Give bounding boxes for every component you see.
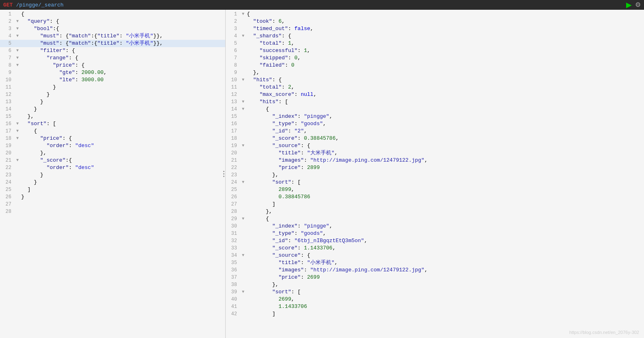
line-number: 3 bbox=[226, 25, 240, 32]
code-line: 32 "_id": "6tbj_nIBgqztEtQ3m5on", bbox=[226, 237, 644, 245]
code-line: 21 "images": "http://image.ping.com/1247… bbox=[226, 157, 644, 164]
pane-divider[interactable] bbox=[222, 169, 225, 179]
fold-icon[interactable]: ▼ bbox=[240, 106, 246, 113]
line-content: "total": 2, bbox=[246, 84, 644, 91]
fold-icon[interactable]: ▼ bbox=[240, 76, 246, 84]
line-content: "images": "http://image.ping.com/1247912… bbox=[246, 266, 644, 274]
line-content: "title": "大米手机", bbox=[246, 150, 644, 157]
line-content: "timed_out": false, bbox=[246, 25, 644, 32]
line-content: } bbox=[20, 98, 225, 106]
line-content: }, bbox=[246, 69, 644, 76]
line-number: 19 bbox=[226, 142, 240, 150]
line-content: } bbox=[20, 84, 225, 91]
line-number: 7 bbox=[0, 54, 15, 62]
line-content: "_type": "goods", bbox=[246, 230, 644, 237]
fold-icon[interactable]: ▼ bbox=[240, 32, 246, 40]
line-number: 16 bbox=[226, 120, 240, 128]
line-content: "skipped": 0, bbox=[246, 54, 644, 62]
code-line: 5 "must": {"match":{"title": "小米手机"}}, bbox=[0, 40, 225, 47]
line-number: 31 bbox=[226, 230, 240, 237]
drag-dot bbox=[223, 173, 224, 175]
code-line: 3▼ "bool":{ bbox=[0, 25, 225, 32]
code-line: 6▼ "filter": { bbox=[0, 47, 225, 54]
code-line: 3 "timed_out": false, bbox=[226, 25, 644, 32]
line-content: "price": { bbox=[20, 135, 225, 142]
code-line: 5 "total": 1, bbox=[226, 40, 644, 47]
fold-icon[interactable]: ▼ bbox=[240, 98, 246, 106]
fold-icon[interactable]: ▼ bbox=[15, 32, 20, 40]
line-content: 1.1433706 bbox=[246, 303, 644, 310]
fold-icon[interactable]: ▼ bbox=[240, 252, 246, 259]
fold-icon[interactable]: ▼ bbox=[15, 157, 20, 164]
code-line: 1 { bbox=[0, 11, 225, 18]
code-line: 22 "order": "desc" bbox=[0, 164, 225, 171]
line-number: 2 bbox=[0, 18, 15, 25]
line-content: "_id": "6tbj_nIBgqztEtQ3m5on", bbox=[246, 237, 644, 245]
run-button[interactable]: ▶ bbox=[626, 1, 632, 9]
line-content: "sort": [ bbox=[20, 120, 225, 128]
code-line: 24▼ "sort": [ bbox=[226, 179, 644, 186]
line-number: 1 bbox=[226, 11, 240, 18]
line-number: 26 bbox=[0, 193, 15, 201]
fold-icon[interactable]: ▼ bbox=[15, 135, 20, 142]
line-number: 8 bbox=[226, 62, 240, 69]
code-line: 36 "images": "http://image.ping.com/1247… bbox=[226, 266, 644, 274]
line-number: 23 bbox=[226, 171, 240, 179]
line-content: } bbox=[20, 91, 225, 98]
code-line: 20 "title": "大米手机", bbox=[226, 150, 644, 157]
line-number: 10 bbox=[226, 76, 240, 84]
line-number: 4 bbox=[226, 32, 240, 40]
line-number: 28 bbox=[226, 208, 240, 215]
fold-icon[interactable]: ▼ bbox=[240, 215, 246, 223]
code-line: 18 "_score": 0.38845786, bbox=[226, 135, 644, 142]
fold-icon[interactable]: ▼ bbox=[240, 179, 246, 186]
line-number: 12 bbox=[226, 91, 240, 98]
main-container: 1 {2▼ "query": {3▼ "bool":{4▼ "must": {"… bbox=[0, 10, 644, 338]
settings-button[interactable]: ⚙ bbox=[635, 2, 641, 8]
code-line: 35 "title": "小米手机", bbox=[226, 259, 644, 266]
line-content: ] bbox=[20, 186, 225, 193]
code-line: 20 }, bbox=[0, 150, 225, 157]
line-content: "hits": [ bbox=[246, 98, 644, 106]
line-number: 20 bbox=[226, 150, 240, 157]
fold-icon[interactable]: ▼ bbox=[15, 120, 20, 128]
line-content: ] bbox=[246, 201, 644, 208]
code-line: 23 }, bbox=[226, 171, 644, 179]
fold-icon[interactable]: ▼ bbox=[240, 11, 246, 18]
code-line: 37 "price": 2699 bbox=[226, 274, 644, 281]
code-line: 27 bbox=[0, 201, 225, 208]
fold-icon[interactable]: ▼ bbox=[240, 288, 246, 296]
fold-icon[interactable]: ▼ bbox=[15, 47, 20, 54]
line-number: 2 bbox=[226, 18, 240, 25]
line-content: "sort": [ bbox=[246, 179, 644, 186]
code-line: 30 "_index": "pingge", bbox=[226, 223, 644, 230]
line-number: 21 bbox=[226, 157, 240, 164]
code-line: 29▼ { bbox=[226, 215, 644, 223]
watermark: https://blog.csdn.net/en_2076y-302 bbox=[569, 330, 639, 335]
line-content: { bbox=[20, 128, 225, 135]
fold-icon[interactable]: ▼ bbox=[15, 62, 20, 69]
line-content: "order": "desc" bbox=[20, 164, 225, 171]
fold-icon[interactable]: ▼ bbox=[15, 128, 20, 135]
fold-icon[interactable]: ▼ bbox=[15, 25, 20, 32]
drag-dot bbox=[223, 171, 224, 172]
code-line: 16▼ "sort": [ bbox=[0, 120, 225, 128]
line-number: 22 bbox=[226, 164, 240, 171]
fold-icon[interactable]: ▼ bbox=[240, 142, 246, 150]
line-number: 32 bbox=[226, 237, 240, 245]
line-number: 4 bbox=[0, 32, 15, 40]
left-pane: 1 {2▼ "query": {3▼ "bool":{4▼ "must": {"… bbox=[0, 10, 226, 338]
line-number: 28 bbox=[0, 208, 15, 215]
line-content: } bbox=[20, 193, 225, 201]
fold-icon[interactable]: ▼ bbox=[15, 54, 20, 62]
line-content: } bbox=[20, 106, 225, 113]
line-content: }, bbox=[20, 150, 225, 157]
code-line: 17 "_id": "2", bbox=[226, 128, 644, 135]
http-method: GET bbox=[3, 2, 13, 8]
line-content: { bbox=[246, 215, 644, 223]
code-line: 6 "successful": 1, bbox=[226, 47, 644, 54]
line-number: 14 bbox=[226, 106, 240, 113]
line-content: "order": "desc" bbox=[20, 142, 225, 150]
line-content: "lte": 3000.00 bbox=[20, 76, 225, 84]
fold-icon[interactable]: ▼ bbox=[15, 18, 20, 25]
